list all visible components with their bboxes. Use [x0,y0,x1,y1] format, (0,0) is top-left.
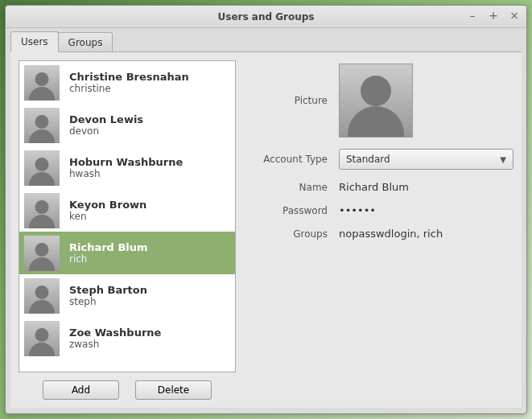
avatar-icon [24,108,60,143]
user-fullname: Keyon Brown [69,199,146,211]
user-row[interactable]: Richard Blumrich [19,232,235,274]
user-meta: Christine Bresnahanchristine [69,71,189,94]
account-type-value: Standard [346,154,390,165]
close-button[interactable]: × [507,9,522,23]
user-row[interactable]: Christine Bresnahanchristine [19,61,235,104]
user-fullname: Richard Blum [69,241,148,253]
avatar-icon [24,193,60,228]
user-login: hwash [69,168,183,179]
user-row[interactable]: Keyon Brownken [19,189,235,232]
avatar-icon [24,65,60,101]
user-login: christine [69,83,189,94]
button-row: Add Delete [19,380,236,400]
user-meta: Steph Bartonsteph [69,284,147,307]
add-button[interactable]: Add [43,380,119,400]
user-meta: Keyon Brownken [69,199,146,222]
tab-users[interactable]: Users [10,31,59,52]
user-login: rich [69,253,148,265]
window: Users and Groups – + × Users Groups Chri… [5,5,527,414]
label-picture: Picture [244,95,339,106]
detail-column: Picture Account Type Standard ▼ Name Ric… [244,52,522,408]
user-fullname: Christine Bresnahan [69,71,189,83]
delete-button[interactable]: Delete [135,380,212,400]
user-meta: Hoburn Washburnehwash [69,156,183,179]
user-row[interactable]: Steph Bartonsteph [19,274,235,317]
user-fullname: Hoburn Washburne [69,156,183,168]
user-fullname: Zoe Washburne [69,327,161,339]
user-login: ken [69,211,146,222]
user-row[interactable]: Zoe Washburnezwash [19,317,235,359]
user-meta: Zoe Washburnezwash [69,327,161,350]
maximize-button[interactable]: + [486,9,501,23]
row-account-type: Account Type Standard ▼ [244,149,513,170]
minimize-button[interactable]: – [465,9,480,23]
user-fullname: Steph Barton [69,284,147,296]
titlebar: Users and Groups – + × [6,6,526,28]
user-meta: Richard Blumrich [69,241,148,265]
account-type-dropdown[interactable]: Standard ▼ [339,149,513,170]
groups-value[interactable]: nopasswdlogin, rich [339,228,513,240]
tab-groups[interactable]: Groups [58,32,113,52]
user-login: devon [69,125,143,137]
tab-bar: Users Groups [6,28,526,52]
row-password: Password •••••• [244,204,513,216]
avatar-icon [24,236,60,271]
user-meta: Devon Lewisdevon [69,113,143,137]
user-fullname: Devon Lewis [69,113,143,125]
user-row[interactable]: Hoburn Washburnehwash [19,146,235,189]
label-account-type: Account Type [244,154,339,165]
avatar-icon [24,321,60,356]
user-login: zwash [69,339,161,350]
row-name: Name Richard Blum [244,181,513,193]
chevron-down-icon: ▼ [500,155,506,164]
avatar-icon [24,278,60,314]
label-groups: Groups [244,228,339,240]
label-password: Password [244,205,339,216]
label-name: Name [244,182,339,193]
password-value[interactable]: •••••• [339,204,513,216]
picture-avatar[interactable] [339,64,413,138]
avatar-icon [24,150,60,186]
row-groups: Groups nopasswdlogin, rich [244,228,513,240]
window-title: Users and Groups [218,11,315,23]
user-login: steph [69,296,147,307]
name-value[interactable]: Richard Blum [339,181,513,193]
user-row[interactable]: Devon Lewisdevon [19,104,235,146]
left-column: Christine BresnahanchristineDevon Lewisd… [10,52,244,408]
window-controls: – + × [465,9,522,23]
user-list[interactable]: Christine BresnahanchristineDevon Lewisd… [19,60,236,372]
row-picture: Picture [244,64,513,138]
users-panel: Christine BresnahanchristineDevon Lewisd… [10,51,522,408]
